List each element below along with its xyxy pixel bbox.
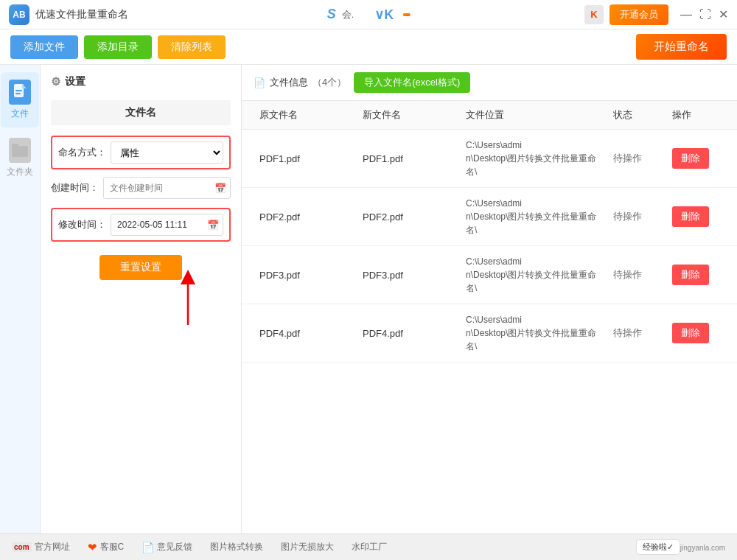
- app-title: 优速文件批量重命名: [35, 8, 128, 21]
- reset-settings-button[interactable]: 重置设置: [99, 255, 182, 280]
- table-row: PDF3.pdf PDF3.pdf C:\Users\admin\Desktop…: [242, 246, 737, 304]
- file-icon: [9, 80, 31, 105]
- clear-list-button[interactable]: 清除列表: [158, 35, 226, 59]
- create-time-row: 创建时间： 📅: [51, 177, 231, 199]
- titlebar-center: S 会. ∨K: [327, 7, 411, 23]
- cell-status: 待操作: [607, 201, 666, 232]
- naming-method-row-bordered: 命名方式： 属性 序号 日期 文本: [51, 136, 231, 169]
- cell-original: PDF2.pdf: [254, 203, 357, 231]
- titlebar-right: K 开通会员 — ⛶ ✕: [584, 4, 728, 25]
- titlebar: AB 优速文件批量重命名 S 会. ∨K K 开通会员 — ⛶ ✕: [0, 0, 737, 29]
- footer-customer-label: 客服C: [100, 541, 125, 553]
- footer-img-lossless[interactable]: 图片无损放大: [281, 541, 334, 553]
- modify-time-input-wrapper: 📅: [111, 214, 223, 236]
- naming-method-label: 命名方式：: [58, 146, 106, 159]
- cell-path: C:\Users\admin\Desktop\图片转换文件批量重命名\: [460, 304, 607, 362]
- filename-section-title: 文件名: [51, 100, 231, 125]
- sidebar-item-folder[interactable]: 文件夹: [1, 130, 39, 186]
- modify-time-input[interactable]: [111, 214, 223, 236]
- cell-action: 删除: [666, 197, 725, 236]
- footer-watermark-label: 水印工厂: [352, 541, 387, 553]
- create-time-label: 创建时间：: [51, 181, 99, 195]
- footer: com 官方网址 ❤ 客服C 📄 意见反馈 图片格式转换 图片无损放大 水印工厂…: [0, 533, 737, 560]
- sidebar-folder-label: 文件夹: [7, 166, 33, 178]
- file-count-badge: （4个）: [312, 76, 346, 89]
- footer-img-lossless-label: 图片无损放大: [281, 541, 334, 553]
- delete-button[interactable]: 删除: [672, 265, 709, 285]
- maximize-button[interactable]: ⛶: [699, 9, 711, 21]
- create-time-input[interactable]: [103, 177, 231, 199]
- file-icon-small: 📄: [254, 77, 265, 88]
- import-excel-button[interactable]: 导入文件名(excel格式): [354, 72, 470, 93]
- cell-original: PDF1.pdf: [254, 144, 357, 173]
- close-button[interactable]: ✕: [719, 9, 728, 21]
- create-time-input-wrapper: 📅: [103, 177, 231, 199]
- cell-status: 待操作: [607, 259, 666, 290]
- modify-time-label: 修改时间：: [58, 218, 106, 231]
- customer-icon: ❤: [88, 541, 97, 554]
- modify-time-row-bordered: 修改时间： 📅: [51, 208, 231, 242]
- main-layout: 文件 文件夹 ⚙ 设置 文件名 命名方式： 属性 序号 日期: [0, 65, 737, 533]
- cell-original: PDF4.pdf: [254, 319, 357, 348]
- cell-new-name: PDF1.pdf: [357, 144, 460, 173]
- delete-button[interactable]: 删除: [672, 323, 709, 343]
- col-original: 原文件名: [254, 101, 357, 129]
- com-icon: com: [12, 542, 32, 552]
- toolbar: 添加文件 添加目录 清除列表 开始重命名: [0, 29, 737, 65]
- naming-method-select[interactable]: 属性 序号 日期 文本: [111, 141, 223, 164]
- table-rows-container: PDF1.pdf PDF1.pdf C:\Users\admin\Desktop…: [242, 130, 737, 363]
- window-controls: — ⛶ ✕: [680, 9, 728, 21]
- minimize-button[interactable]: —: [680, 9, 692, 21]
- delete-button[interactable]: 删除: [672, 148, 709, 169]
- app-logo: AB: [9, 4, 29, 25]
- footer-watermark[interactable]: 水印工厂: [352, 541, 387, 553]
- file-info-header: 📄 文件信息 （4个） 导入文件名(excel格式): [242, 65, 737, 101]
- s-brand-icon: S: [327, 7, 336, 22]
- cell-path: C:\Users\admin\Desktop\图片转换文件批量重命名\: [460, 246, 607, 304]
- delete-button[interactable]: 删除: [672, 206, 709, 227]
- k2-icon: [402, 13, 410, 16]
- jingyanla-logo: 经验啦✓: [636, 539, 680, 555]
- k-icon: ∨K: [374, 7, 394, 23]
- table-row: PDF4.pdf PDF4.pdf C:\Users\admin\Desktop…: [242, 304, 737, 363]
- add-file-button[interactable]: 添加文件: [10, 35, 78, 59]
- footer-watermark-logo: 经验啦✓ jingyanla.com: [636, 539, 725, 555]
- jingyanla-sub: jingyanla.com: [680, 544, 725, 552]
- start-rename-button[interactable]: 开始重命名: [636, 34, 727, 60]
- sidebar-item-file[interactable]: 文件: [1, 72, 39, 127]
- footer-customer[interactable]: ❤ 客服C: [88, 541, 125, 554]
- modify-time-row: 修改时间： 📅: [58, 214, 223, 236]
- footer-website[interactable]: com 官方网址: [12, 541, 70, 553]
- footer-feedback-label: 意见反馈: [157, 541, 192, 553]
- k-badge-icon: K: [584, 5, 604, 24]
- pdf-icon: 📄: [142, 542, 154, 553]
- cell-original: PDF3.pdf: [254, 261, 357, 290]
- table-row: PDF1.pdf PDF1.pdf C:\Users\admin\Desktop…: [242, 130, 737, 188]
- cell-status: 待操作: [607, 143, 666, 174]
- footer-img-convert[interactable]: 图片格式转换: [210, 541, 263, 553]
- naming-method-row: 命名方式： 属性 序号 日期 文本: [58, 141, 223, 164]
- jingyanla-text: 经验啦✓: [643, 542, 674, 553]
- vip-button[interactable]: 开通会员: [609, 4, 668, 25]
- cell-new-name: PDF2.pdf: [357, 203, 460, 231]
- settings-panel: ⚙ 设置 文件名 命名方式： 属性 序号 日期 文本 创建时间： 📅: [41, 65, 242, 533]
- file-info-title-text: 文件信息: [270, 76, 308, 89]
- table-row: PDF2.pdf PDF2.pdf C:\Users\admin\Desktop…: [242, 188, 737, 246]
- sidebar-file-label: 文件: [11, 108, 29, 120]
- cell-action: 删除: [666, 314, 725, 352]
- file-table: 原文件名 新文件名 文件位置 状态 操作 PDF1.pdf PDF1.pdf C…: [242, 101, 737, 533]
- file-info-title: 📄 文件信息 （4个）: [254, 76, 346, 89]
- cell-new-name: PDF4.pdf: [357, 319, 460, 348]
- footer-img-convert-label: 图片格式转换: [210, 541, 263, 553]
- cell-new-name: PDF3.pdf: [357, 261, 460, 290]
- cell-action: 删除: [666, 139, 725, 178]
- add-dir-button[interactable]: 添加目录: [84, 35, 152, 59]
- file-info-panel: 📄 文件信息 （4个） 导入文件名(excel格式) 原文件名 新文件名 文件位…: [242, 65, 737, 533]
- footer-feedback[interactable]: 📄 意见反馈: [142, 541, 192, 553]
- col-new-name: 新文件名: [357, 101, 460, 129]
- cell-status: 待操作: [607, 318, 666, 349]
- svg-marker-1: [22, 84, 27, 88]
- col-action: 操作: [666, 101, 725, 129]
- footer-website-label: 官方网址: [35, 541, 70, 553]
- sidebar-icons: 文件 文件夹: [0, 65, 41, 533]
